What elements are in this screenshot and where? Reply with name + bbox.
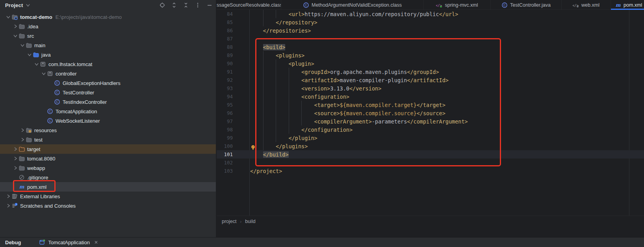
code-text: <build> <box>249 44 285 50</box>
chevron-down-icon[interactable] <box>19 42 26 48</box>
tree-item-java[interactable]: java <box>0 50 216 59</box>
editor-body[interactable]: 84 <url>https://maven.aliyun.com/reposit… <box>217 10 644 216</box>
chevron-right-icon[interactable] <box>5 193 11 199</box>
line-number[interactable]: 96 <box>217 110 249 116</box>
line-number[interactable]: 93 <box>217 85 249 91</box>
chevron-right-icon[interactable] <box>5 203 11 209</box>
code-line-89[interactable]: 89 <plugins> <box>217 51 644 59</box>
tree-item-testindexcontroller[interactable]: CTestIndexController <box>0 97 216 107</box>
breadcrumb-item-project[interactable]: project <box>222 219 237 224</box>
tree-item-globalexceptionhandlers[interactable]: CGlobalExceptionHandlers <box>0 78 216 88</box>
code-line-100[interactable]: 100 </plugins> <box>217 142 644 150</box>
code-line-90[interactable]: 90 <plugin> <box>217 59 644 68</box>
tree-item-tomcat-8080[interactable]: tomcat.8080 <box>0 154 216 163</box>
tree-item--gitignore[interactable]: .gitignore <box>0 173 216 182</box>
tree-item-external-libraries[interactable]: External Libraries <box>0 192 216 201</box>
line-number[interactable]: 102 <box>217 160 249 166</box>
line-number[interactable]: 94 <box>217 94 249 100</box>
expand-all-icon[interactable] <box>171 2 177 8</box>
tree-item-pom-xml[interactable]: mpom.xml <box>0 182 216 192</box>
line-number[interactable]: 103 <box>217 168 249 174</box>
code-line-103[interactable]: 103</project> <box>217 167 644 175</box>
tree-item-tomcatapplication[interactable]: CTomcatApplication <box>0 107 216 116</box>
debug-session-tab[interactable]: TomcatApplication <box>39 239 98 245</box>
chevron-right-icon[interactable] <box>19 127 26 133</box>
line-number[interactable]: 88 <box>217 44 249 50</box>
line-number[interactable]: 84 <box>217 11 249 17</box>
code-line-95[interactable]: 95 <target>${maven.compiler.target}</tar… <box>217 101 644 109</box>
tree-item--idea[interactable]: .idea <box>0 22 216 31</box>
chevron-right-icon[interactable] <box>12 165 19 171</box>
tree-item-com-lhstack-tomcat[interactable]: com.lhstack.tomcat <box>0 59 216 69</box>
more-options-icon[interactable] <box>195 2 201 8</box>
code-line-94[interactable]: 94 <configuration> <box>217 92 644 101</box>
chevron-right-icon[interactable] <box>12 155 19 162</box>
editor-tab-testcontroller-java[interactable]: CTestController.java <box>491 0 562 10</box>
editor-tab-spring-mvc-xml[interactable]: </>spring-mvc.xml <box>424 0 491 10</box>
tree-item-src[interactable]: src <box>0 31 216 41</box>
editor-tab-methodargumentnotvalidexception-class[interactable]: CMethodArgumentNotValidException.class <box>281 0 424 10</box>
code-line-97[interactable]: 97 <compilerArgument>-parameters</compil… <box>217 117 644 125</box>
line-number[interactable]: 86 <box>217 28 249 33</box>
intention-lightbulb-icon[interactable] <box>250 145 256 151</box>
line-number[interactable]: 95 <box>217 102 249 108</box>
debug-panel-title[interactable]: Debug <box>5 240 21 245</box>
line-number[interactable]: 91 <box>217 69 249 75</box>
hide-icon[interactable] <box>206 2 213 8</box>
chevron-down-icon <box>25 2 31 8</box>
line-number[interactable]: 98 <box>217 127 249 133</box>
tree-item-scratches-and-consoles[interactable]: Scratches and Consoles <box>0 201 216 210</box>
tree-item-testcontroller[interactable]: CTestController <box>0 88 216 97</box>
tree-item-controller[interactable]: controller <box>0 69 216 78</box>
line-number[interactable]: 100 <box>217 143 249 149</box>
code-line-92[interactable]: 92 <artifactId>maven-compiler-plugin</ar… <box>217 76 644 84</box>
line-number[interactable]: 85 <box>217 19 249 25</box>
code-line-86[interactable]: 86 </repositories> <box>217 26 644 35</box>
line-number[interactable]: 97 <box>217 118 249 124</box>
editor-tab-ssagesourceresolvable-class[interactable]: ssageSourceResolvable.class <box>217 0 281 10</box>
code-line-96[interactable]: 96 <source>${maven.compiler.source}</sou… <box>217 109 644 117</box>
tree-item-target[interactable]: target <box>0 144 216 154</box>
line-number[interactable]: 99 <box>217 135 249 141</box>
editor-tab-web-xml[interactable]: </>web.xml <box>562 0 611 10</box>
line-number[interactable]: 87 <box>217 36 249 42</box>
chevron-down-icon[interactable] <box>12 33 19 39</box>
tree-item-test[interactable]: test <box>0 135 216 144</box>
tree-item-main[interactable]: main <box>0 41 216 50</box>
chevron-down-icon[interactable] <box>33 61 40 67</box>
collapse-all-icon[interactable] <box>183 2 189 8</box>
breadcrumb-item-build[interactable]: build <box>245 219 255 224</box>
code-line-101[interactable]: 101 </build> <box>217 150 644 159</box>
editor-tab-pom-xml[interactable]: mpom.xml <box>611 0 644 10</box>
line-number[interactable]: 101 <box>217 151 249 157</box>
chevron-down-icon[interactable] <box>40 70 47 77</box>
tree-item-websocketlistener[interactable]: CWebSocketListener <box>0 116 216 125</box>
tree-item-label: webapp <box>27 165 45 171</box>
tree-item-resources[interactable]: resources <box>0 125 216 135</box>
tree-item-tomcat-demo[interactable]: tomcat-demoE:\projects\java\tomcat-demo <box>0 12 216 22</box>
code-line-98[interactable]: 98 </configuration> <box>217 125 644 134</box>
chevron-right-icon[interactable] <box>12 146 19 152</box>
code-line-84[interactable]: 84 <url>https://maven.aliyun.com/reposit… <box>217 10 644 18</box>
folder-icon <box>19 33 27 39</box>
chevron-down-icon[interactable] <box>5 14 11 20</box>
locate-icon[interactable] <box>159 2 165 8</box>
chevron-down-icon[interactable] <box>26 52 33 58</box>
code-line-99[interactable]: 99 </plugin> <box>217 134 644 142</box>
code-line-87[interactable]: 87 <box>217 35 644 43</box>
chevron-right-icon[interactable] <box>19 136 26 143</box>
chevron-spacer <box>12 174 19 181</box>
code-line-93[interactable]: 93 <version>3.13.0</version> <box>217 84 644 92</box>
chevron-right-icon[interactable] <box>12 23 19 29</box>
close-icon[interactable] <box>94 240 98 244</box>
code-line-102[interactable]: 102 <box>217 159 644 167</box>
line-number[interactable]: 92 <box>217 77 249 83</box>
tree-item-label: TestIndexController <box>63 99 107 105</box>
code-line-91[interactable]: 91 <groupId>org.apache.maven.plugins</gr… <box>217 68 644 76</box>
code-line-88[interactable]: 88 <build> <box>217 43 644 51</box>
project-panel-title[interactable]: Project <box>5 2 23 8</box>
line-number[interactable]: 90 <box>217 61 249 66</box>
line-number[interactable]: 89 <box>217 52 249 58</box>
code-line-85[interactable]: 85 </repository> <box>217 18 644 26</box>
tree-item-webapp[interactable]: webapp <box>0 163 216 173</box>
